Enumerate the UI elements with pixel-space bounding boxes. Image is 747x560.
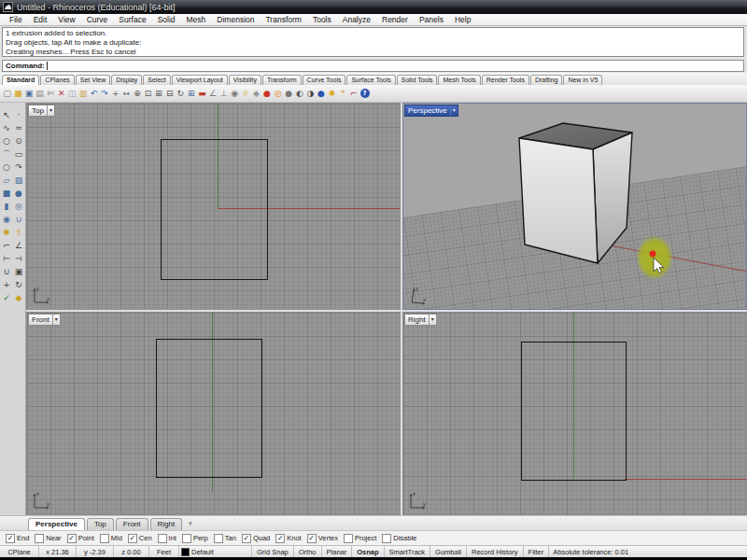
help-icon[interactable]: ? <box>360 89 370 98</box>
viewport-perspective-label[interactable]: Perspective ▾ <box>404 105 458 117</box>
toolbar-tab-transform[interactable]: Transform <box>262 75 302 85</box>
xray-viewport-icon[interactable]: ◑ <box>305 86 317 101</box>
split-icon[interactable]: ⊣ <box>13 252 25 265</box>
arc-icon[interactable]: ⌒ <box>1 147 13 161</box>
osnap-mid[interactable]: Mid <box>100 534 122 543</box>
toggle-osnap[interactable]: Osnap <box>352 546 384 557</box>
chamfer-icon[interactable]: ∠ <box>13 239 25 252</box>
surface-loft-icon[interactable]: ▨ <box>13 174 25 187</box>
viewport-top-label[interactable]: Top ▾ <box>28 105 55 117</box>
chevron-down-icon[interactable]: ▾ <box>47 105 54 116</box>
osnap-knot[interactable]: Knot <box>275 534 301 543</box>
toggle-planar[interactable]: Planar <box>322 546 353 557</box>
toggle-filter[interactable]: Filter <box>524 546 550 557</box>
circle-icon[interactable]: ○ <box>1 134 13 147</box>
osnap-point[interactable]: Point <box>67 534 94 543</box>
menu-help[interactable]: Help <box>449 14 476 25</box>
boolean-union-icon[interactable]: ◉ <box>1 213 13 226</box>
menu-mesh[interactable]: Mesh <box>181 14 212 25</box>
copy-icon[interactable]: ◫ <box>67 86 78 101</box>
toolbar-tab-curve-tools[interactable]: Curve Tools <box>303 75 346 85</box>
toolbar-tab-select[interactable]: Select <box>143 75 170 85</box>
lock-objects-icon[interactable]: ◆ <box>251 86 262 101</box>
toolbar-tab-drafting[interactable]: Drafting <box>530 75 563 85</box>
menu-edit[interactable]: Edit <box>28 14 53 25</box>
box-outline-right-view[interactable] <box>521 342 627 481</box>
osnap-checkbox[interactable] <box>242 534 251 543</box>
viewport-top[interactable]: Top ▾ y x <box>26 103 401 310</box>
shaded-viewport-icon[interactable]: ● <box>283 86 294 101</box>
box-outline-top-view[interactable] <box>161 139 268 280</box>
osnap-checkbox[interactable] <box>344 534 353 543</box>
zoom-selected-icon[interactable]: ⊟ <box>164 86 176 101</box>
freeform-curve-icon[interactable]: ↷ <box>13 161 25 174</box>
command-history[interactable]: 1 extrusion added to selection.Drag obje… <box>2 27 744 57</box>
toolbar-tab-solid-tools[interactable]: Solid Tools <box>397 75 438 85</box>
cplane-widget-icon[interactable]: ⌐ <box>348 86 359 101</box>
toggle-smarttrack[interactable]: SmartTrack <box>385 546 430 557</box>
current-layer[interactable]: Default <box>179 546 252 557</box>
menu-solid[interactable]: Solid <box>152 14 181 25</box>
toggle-gumball[interactable]: Gumball <box>430 546 467 557</box>
osnap-checkbox[interactable] <box>182 534 191 543</box>
viewport-layout-icon[interactable]: ⊞ <box>186 86 197 101</box>
osnap-checkbox[interactable] <box>275 534 285 543</box>
extrude-icon[interactable]: ⇧ <box>13 226 25 239</box>
toolbar-tab-new-in-v5[interactable]: New in V5 <box>563 75 602 85</box>
units-display[interactable]: Feet <box>149 546 179 557</box>
select-points-icon[interactable]: · <box>13 108 25 121</box>
save-file-icon[interactable]: ▣ <box>23 86 35 101</box>
ortho-tool-icon[interactable]: ⊥ <box>218 86 230 101</box>
sun-tool-icon[interactable]: ✱ <box>327 86 338 101</box>
box-outline-front-view[interactable] <box>156 339 262 478</box>
toolbar-tab-standard[interactable]: Standard <box>2 75 39 85</box>
rendered-viewport-icon[interactable]: ● <box>316 86 327 101</box>
osnap-checkbox[interactable] <box>35 534 44 543</box>
box-right-face[interactable] <box>593 133 632 263</box>
zoom-dynamic-icon[interactable]: ⊕ <box>132 86 143 101</box>
cut-icon[interactable]: ✄ <box>45 86 56 101</box>
toolbar-tab-viewport-layout[interactable]: Viewport Layout <box>172 75 228 85</box>
menu-surface[interactable]: Surface <box>113 14 151 25</box>
osnap-tool-icon[interactable]: ◉ <box>229 86 240 101</box>
viewport-tab-top[interactable]: Top <box>87 518 114 530</box>
group-icon[interactable]: ▣ <box>13 265 25 278</box>
osnap-near[interactable]: Near <box>35 534 61 543</box>
options-gear-icon[interactable]: * <box>337 86 348 101</box>
ghosted-viewport-icon[interactable]: ◐ <box>294 86 305 101</box>
boolean-difference-icon[interactable]: ∪ <box>13 213 25 226</box>
osnap-perp[interactable]: Perp <box>182 534 208 543</box>
chevron-down-icon[interactable]: ▾ <box>429 315 436 325</box>
curve-interpolate-icon[interactable]: ∿ <box>1 121 13 134</box>
chevron-down-icon[interactable]: ▾ <box>52 315 60 325</box>
viewport-right-label[interactable]: Right ▾ <box>404 314 437 326</box>
osnap-quad[interactable]: Quad <box>242 534 270 543</box>
osnap-vertex[interactable]: Vertex <box>307 534 338 543</box>
toolbar-tab-render-tools[interactable]: Render Tools <box>482 75 529 85</box>
osnap-cen[interactable]: Cen <box>128 534 152 543</box>
pan-view-icon[interactable]: + <box>110 86 121 101</box>
viewport-front-label[interactable]: Front ▾ <box>28 314 61 326</box>
osnap-checkbox[interactable] <box>67 534 77 543</box>
osnap-end[interactable]: End <box>6 534 29 543</box>
toolbar-tab-mesh-tools[interactable]: Mesh Tools <box>438 75 480 85</box>
named-view-icon[interactable]: ▬ <box>197 86 208 101</box>
move-tool-icon[interactable]: + <box>1 278 13 291</box>
osnap-checkbox[interactable] <box>158 534 167 543</box>
osnap-checkbox[interactable] <box>128 534 137 543</box>
viewport-tab-front[interactable]: Front <box>116 518 148 530</box>
open-file-icon[interactable]: ■ <box>13 86 24 101</box>
menu-panels[interactable]: Panels <box>414 14 449 25</box>
toolbar-tab-surface-tools[interactable]: Surface Tools <box>346 75 395 85</box>
rectangle-icon[interactable]: ▭ <box>13 147 25 161</box>
toggle-record-history[interactable]: Record History <box>467 546 524 557</box>
solid-cylinder-icon[interactable]: ▮ <box>1 200 13 213</box>
render-icon[interactable]: ● <box>261 86 273 101</box>
extruded-box[interactable] <box>519 123 632 263</box>
ellipse-icon[interactable]: ○ <box>1 161 13 174</box>
redo-icon[interactable]: ↷ <box>99 86 110 101</box>
viewport-tab-perspective[interactable]: Perspective <box>28 518 85 530</box>
osnap-disable[interactable]: Disable <box>382 534 416 543</box>
set-cplane-icon[interactable]: ∠ <box>207 86 218 101</box>
menu-analyze[interactable]: Analyze <box>337 14 376 25</box>
